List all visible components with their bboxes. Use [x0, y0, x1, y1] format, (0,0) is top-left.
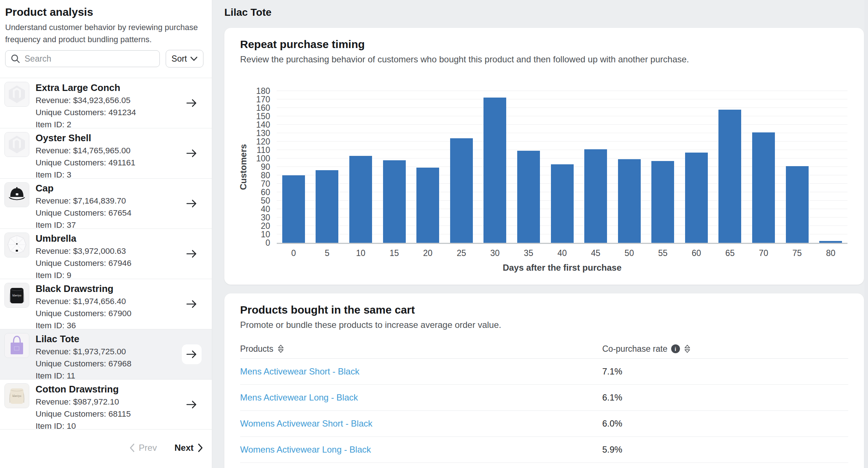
x-axis-label: Days after the first purchase — [277, 263, 847, 273]
x-tick-label: 35 — [512, 248, 545, 258]
sidebar-description: Understand customer behavior by reviewin… — [0, 19, 212, 45]
x-tick-label: 10 — [344, 248, 378, 258]
black-cap-thumbnail — [4, 182, 29, 207]
x-tick-label: 70 — [747, 248, 780, 258]
open-product-button[interactable] — [182, 194, 202, 213]
open-product-button[interactable] — [182, 344, 202, 364]
product-info: Extra Large Conch Revenue: $34,923,656.0… — [36, 82, 179, 131]
gridline — [277, 124, 847, 125]
x-tick-label: 0 — [277, 248, 310, 258]
x-tick-label: 65 — [713, 248, 747, 258]
y-tick-label: 70 — [247, 179, 270, 188]
product-info: Umbrella Revenue: $3,972,000.63 Unique C… — [36, 233, 179, 281]
co-purchase-rate-value: 5.9% — [602, 445, 848, 455]
x-tick-label: 55 — [646, 248, 680, 258]
sidebar-title: Product analysis — [0, 0, 212, 19]
product-info: Lilac Tote Revenue: $1,973,725.00 Unique… — [36, 333, 179, 382]
table-body: Mens Activewear Short - Black 7.1% Mens … — [240, 359, 848, 463]
co-product-link[interactable]: Womens Activewear Short - Black — [240, 418, 372, 428]
product-list-item[interactable]: Cap Revenue: $7,164,839.70 Unique Custom… — [0, 178, 212, 228]
x-tick-label: 40 — [545, 248, 579, 258]
co-product-link[interactable]: Womens Activewear Long - Black — [240, 445, 371, 454]
table-row: Mens Activewear Long - Black 6.1% — [240, 385, 848, 411]
bar — [416, 168, 439, 243]
open-product-button[interactable] — [182, 294, 202, 314]
open-product-button[interactable] — [182, 143, 202, 163]
lilac-tote-bag-thumbnail — [4, 333, 29, 358]
open-product-button[interactable] — [182, 244, 202, 264]
product-list-item[interactable]: Umbrella Revenue: $3,972,000.63 Unique C… — [0, 228, 212, 279]
x-tick-label: 45 — [579, 248, 613, 258]
x-tick-label: 20 — [411, 248, 445, 258]
cart-card-subtitle: Promote or bundle these products to incr… — [240, 320, 848, 330]
product-revenue: Revenue: $14,765,965.00 — [36, 145, 179, 157]
bar — [383, 160, 406, 243]
chevron-left-icon — [129, 443, 135, 452]
gridline — [277, 116, 847, 116]
x-tick-label: 15 — [378, 248, 411, 258]
bar-chart: Customers Days after the first purchase … — [277, 91, 847, 244]
y-tick-label: 170 — [247, 95, 270, 104]
same-cart-card: Products bought in the same cart Promote… — [224, 293, 864, 468]
co-product-link[interactable]: Mens Activewear Short - Black — [240, 366, 359, 376]
product-list-item[interactable]: Extra Large Conch Revenue: $34,923,656.0… — [0, 78, 212, 128]
product-list-item[interactable]: Oyster Shell Revenue: $14,765,965.00 Uni… — [0, 128, 212, 178]
product-list-item[interactable]: klaviyo Cotton Drawstring Revenue: $987,… — [0, 379, 212, 429]
product-revenue: Revenue: $987,972.10 — [36, 396, 179, 408]
bar — [651, 161, 674, 243]
black-drawstring-bag-thumbnail: klaviyo — [4, 283, 29, 308]
sort-button-label: Sort — [172, 54, 187, 64]
sort-button[interactable]: Sort — [166, 50, 203, 67]
magento-placeholder-thumbnail — [4, 132, 29, 157]
product-name: Lilac Tote — [36, 333, 179, 345]
y-tick-label: 30 — [247, 213, 270, 222]
y-tick-label: 10 — [247, 230, 270, 239]
sort-toggle-icon[interactable] — [277, 344, 284, 354]
prev-page-button[interactable]: Prev — [129, 443, 157, 453]
chevron-right-icon — [198, 443, 203, 452]
x-tick-label: 50 — [613, 248, 646, 258]
y-tick-label: 150 — [247, 112, 270, 121]
y-tick-label: 40 — [247, 205, 270, 213]
rate-column-header: Co-purchase rate — [602, 344, 667, 354]
product-name: Cap — [36, 182, 179, 194]
open-product-button[interactable] — [182, 93, 202, 113]
product-revenue: Revenue: $1,973,725.00 — [36, 345, 179, 358]
table-row: Mens Activewear Short - Black 7.1% — [240, 359, 848, 385]
x-tick-label: 80 — [814, 248, 847, 258]
y-tick-label: 180 — [247, 87, 270, 95]
table-row: Womens Activewear Long - Black 5.9% — [240, 437, 848, 463]
next-page-button[interactable]: Next — [174, 443, 203, 453]
chart-card-subtitle: Review the purchasing behavior of custom… — [240, 54, 848, 65]
arrow-right-icon — [185, 349, 198, 360]
arrow-right-icon — [185, 148, 198, 159]
app-window: Product analysis Understand customer beh… — [0, 0, 868, 468]
y-tick-label: 140 — [247, 120, 270, 129]
search-icon — [11, 54, 20, 63]
product-unique-customers: Unique Customers: 67946 — [36, 257, 179, 269]
info-icon[interactable]: i — [671, 344, 680, 353]
open-product-button[interactable] — [182, 395, 202, 414]
product-list-item[interactable]: klaviyo Black Drawstring Revenue: $1,974… — [0, 279, 212, 329]
bar — [819, 241, 842, 243]
white-umbrella-thumbnail — [4, 233, 29, 257]
vertical-scrollbar[interactable] — [864, 0, 868, 468]
product-list-item[interactable]: Lilac Tote Revenue: $1,973,725.00 Unique… — [0, 329, 212, 379]
co-purchase-table: Products Co-purchase rate i Mens Activew… — [240, 339, 848, 463]
product-revenue: Revenue: $3,972,000.63 — [36, 245, 179, 257]
bar — [349, 156, 372, 243]
product-name: Extra Large Conch — [36, 82, 179, 94]
product-info: Cap Revenue: $7,164,839.70 Unique Custom… — [36, 182, 179, 231]
search-input[interactable] — [5, 50, 160, 67]
co-product-link[interactable]: Mens Activewear Long - Black — [240, 392, 358, 402]
product-info: Cotton Drawstring Revenue: $987,972.10 U… — [36, 383, 179, 432]
sort-toggle-icon[interactable] — [684, 344, 691, 354]
y-tick-label: 80 — [247, 171, 270, 180]
product-item-id: Item ID: 10 — [36, 420, 179, 432]
gridline — [277, 107, 847, 108]
gridline — [277, 99, 847, 99]
bar — [483, 98, 506, 243]
x-tick-label: 75 — [780, 248, 814, 258]
search-row: Sort — [0, 45, 212, 67]
product-list-sidebar: Product analysis Understand customer beh… — [0, 0, 212, 468]
